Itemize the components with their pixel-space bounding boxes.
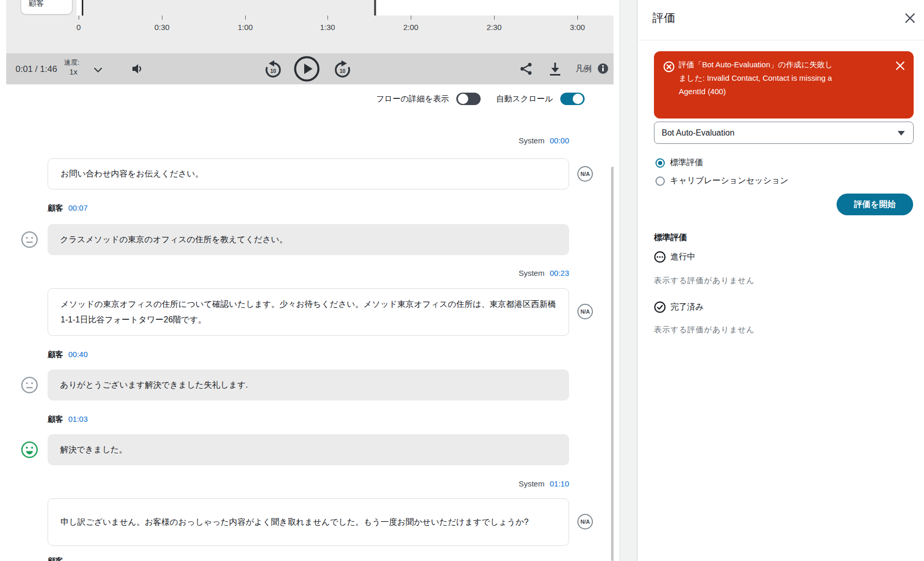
legend-label[interactable]: 凡例 <box>575 64 592 75</box>
transcript-toggles: フローの詳細を表示 自動スクロール <box>376 93 585 105</box>
transcript-scrollbar[interactable] <box>611 167 614 561</box>
error-dismiss-icon[interactable] <box>895 61 905 71</box>
message-text: 申し訳ございません。お客様のおっしゃった内容がよく聞き取れませんでした。もう一度… <box>61 514 529 530</box>
message-bubble: 申し訳ございません。お客様のおっしゃった内容がよく聞き取れませんでした。もう一度… <box>48 498 569 546</box>
sentiment-neutral-icon <box>21 376 38 394</box>
playhead-line <box>82 0 83 16</box>
flow-details-toggle[interactable] <box>456 93 481 105</box>
in-progress-empty-text: 表示する評価がありません <box>654 276 755 286</box>
completed-empty-text: 表示する評価がありません <box>654 325 755 335</box>
autoscroll-toggle[interactable] <box>560 93 585 105</box>
track-label-chip: 顧客 <box>21 0 72 14</box>
message-text: お問い合わせ内容をお伝えください。 <box>61 166 203 182</box>
message-timestamp[interactable]: 00:23 <box>549 269 569 277</box>
in-progress-row: 進行中 <box>654 251 695 263</box>
message-text: クラスメソッドの東京のオフィスの住所を教えてください。 <box>60 232 288 247</box>
autoscroll-label: 自動スクロール <box>496 94 553 105</box>
message-bubble: お問い合わせ内容をお伝えください。 <box>48 158 569 189</box>
track-label: 顧客 <box>28 0 44 8</box>
message-meta: 顧客01:03 <box>48 415 88 424</box>
play-icon[interactable] <box>293 55 320 82</box>
na-badge: N/A <box>577 514 593 529</box>
message-meta: 顧客00:40 <box>48 350 88 360</box>
flow-details-label: フローの詳細を表示 <box>376 94 449 105</box>
message-meta: System00:23 <box>518 269 569 277</box>
completed-check-icon <box>654 301 666 313</box>
message-sender: 顧客 <box>48 203 63 212</box>
timeline-tick-label: 0 <box>77 23 81 32</box>
timeline-tick <box>162 16 162 20</box>
error-circle-x-icon <box>663 61 675 72</box>
chevron-down-icon[interactable] <box>94 68 102 72</box>
next-message-sender-partial: 顧客 <box>48 556 63 561</box>
message-meta: System00:00 <box>518 136 569 145</box>
message-bubble: ありがとうございます解決できました失礼します. <box>48 370 569 401</box>
error-message: 評価「Bot Auto-Evaluation」の作成に失敗し ました: Inva… <box>679 58 874 98</box>
message-text: 解決できました。 <box>60 442 127 457</box>
message-sender: System <box>518 136 544 145</box>
standard-evaluation-heading: 標準評価 <box>654 232 687 243</box>
waveform-track[interactable]: 顧客 <box>6 0 614 16</box>
evaluation-form-select[interactable]: Bot Auto-Evaluation <box>654 122 914 144</box>
message-sender: System <box>518 479 544 488</box>
na-badge-text: N/A <box>580 519 590 525</box>
message-sender: System <box>518 269 544 277</box>
message-sender: 顧客 <box>48 350 63 359</box>
playhead[interactable] <box>77 0 83 16</box>
forward-10-icon[interactable]: 10 <box>333 60 352 80</box>
na-badge: N/A <box>577 304 593 319</box>
transcript-panel: フローの詳細を表示 自動スクロール System00:00 お問い合わせ内容をお… <box>6 84 614 561</box>
message-timestamp[interactable]: 01:10 <box>549 479 569 488</box>
player-controls-bar: 0:01 / 1:46 速度: 1x 10 10 <box>6 53 614 84</box>
time-display: 0:01 / 1:46 <box>16 64 57 75</box>
message-bubble: クラスメソッドの東京のオフィスの住所を教えてください。 <box>48 224 569 255</box>
message-bubble: メソッドの東京オフィスの住所について確認いたします。少々お待ちください。メソッド… <box>48 288 569 336</box>
rewind-10-icon[interactable]: 10 <box>263 60 283 80</box>
radio-selected-icon <box>655 158 665 168</box>
radio-calibration-session[interactable]: キャリブレーションセッション <box>655 175 788 186</box>
divider <box>638 40 924 40</box>
timeline-tick <box>577 16 578 20</box>
volume-icon[interactable] <box>130 62 144 76</box>
na-badge-text: N/A <box>580 171 590 177</box>
radio-standard-evaluation[interactable]: 標準評価 <box>655 157 703 168</box>
toggle-knob <box>458 94 468 104</box>
info-icon[interactable] <box>598 63 608 74</box>
audio-end-marker <box>374 0 376 16</box>
message-timestamp[interactable]: 00:07 <box>68 203 88 212</box>
timeline-tick-label: 2:00 <box>403 23 418 32</box>
timeline-tick-label: 0:30 <box>154 23 169 32</box>
timeline-tick <box>411 16 411 20</box>
sentiment-neutral-icon <box>21 231 38 248</box>
message-timestamp[interactable]: 00:40 <box>68 350 88 359</box>
message-text: メソッドの東京オフィスの住所について確認いたします。少々お待ちください。メソッド… <box>61 297 556 328</box>
timeline-scale[interactable]: 00:301:001:302:002:303:00 <box>6 16 614 53</box>
close-icon[interactable] <box>904 12 916 24</box>
speed-value[interactable]: 1x <box>69 67 78 76</box>
timeline-tick-label: 2:30 <box>486 23 501 32</box>
evaluation-panel-title: 評価 <box>652 10 675 26</box>
message-bubble: 解決できました。 <box>48 434 569 465</box>
error-flashbar: 評価「Bot Auto-Evaluation」の作成に失敗し ました: Inva… <box>654 51 914 119</box>
start-evaluation-button[interactable]: 評価を開始 <box>837 194 913 215</box>
share-icon[interactable] <box>519 62 533 76</box>
message-text: ありがとうございます解決できました失礼します. <box>60 377 248 393</box>
sentiment-positive-icon <box>21 441 38 459</box>
svg-text:10: 10 <box>339 68 346 74</box>
timeline-tick-label: 1:00 <box>237 23 252 32</box>
message-meta: System01:10 <box>518 479 569 488</box>
contact-detail-page: 顧客 00:301:001:302:002:303:00 0:01 / 1:46… <box>0 0 924 561</box>
timeline-tick-label: 3:00 <box>570 23 585 32</box>
evaluation-panel: 評価 評価「Bot Auto-Evaluation」の作成に失敗し ました: I… <box>638 0 924 561</box>
panel-splitter-gutter[interactable] <box>619 0 637 561</box>
download-icon[interactable] <box>548 62 562 76</box>
completed-row: 完了済み <box>654 301 704 313</box>
na-badge: N/A <box>577 166 593 182</box>
in-progress-icon <box>654 251 666 263</box>
svg-text:10: 10 <box>270 68 276 74</box>
message-timestamp[interactable]: 01:03 <box>68 415 88 423</box>
message-timestamp[interactable]: 00:00 <box>549 136 569 145</box>
toggle-knob <box>573 94 583 104</box>
radio-unselected-icon <box>655 176 665 186</box>
caret-down-icon <box>898 131 905 136</box>
